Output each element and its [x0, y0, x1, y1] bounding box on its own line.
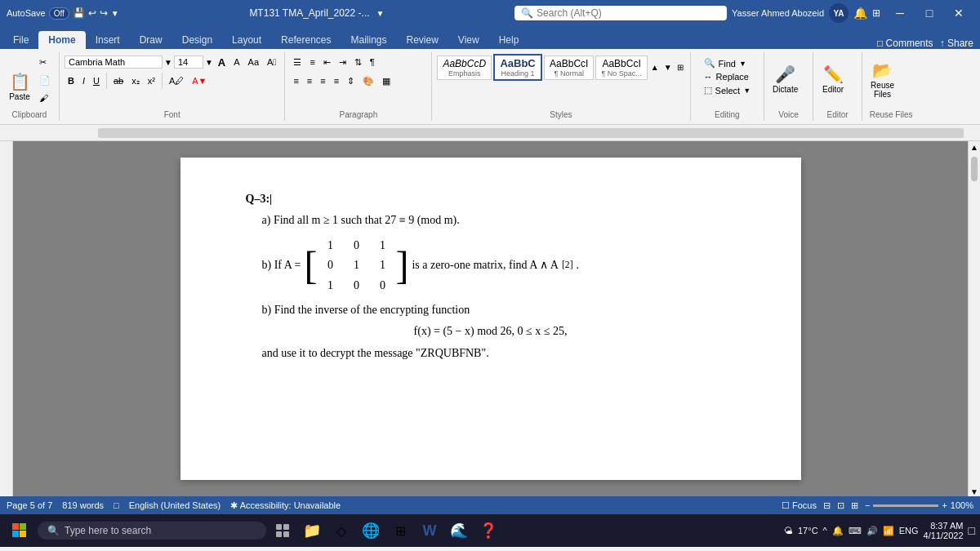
bold-button[interactable]: B — [65, 73, 78, 89]
cut-button[interactable]: ✂ — [36, 54, 54, 70]
scroll-down-button[interactable]: ▼ — [970, 487, 978, 496]
edge-button[interactable]: 🌊 — [446, 518, 472, 544]
clear-format-button[interactable]: A⃝ — [264, 54, 279, 70]
notifications-button[interactable]: □ — [969, 524, 975, 537]
font-name-dropdown[interactable]: ▼ — [164, 58, 172, 67]
minimize-button[interactable]: ─ — [885, 0, 915, 26]
scroll-thumb[interactable] — [971, 157, 978, 181]
tab-help[interactable]: Help — [489, 31, 529, 49]
share-icon[interactable]: 🔔 — [853, 7, 867, 20]
tab-mailings[interactable]: Mailings — [341, 31, 396, 49]
question-button[interactable]: ❓ — [475, 518, 501, 544]
undo-icon[interactable]: ↩ — [88, 7, 96, 19]
speaker-icon[interactable]: 🔊 — [866, 526, 878, 536]
font-case-button[interactable]: Aa — [245, 54, 262, 70]
align-center-button[interactable]: ≡ — [304, 73, 315, 89]
apps-grid-button[interactable]: ⊞ — [387, 518, 413, 544]
tab-home[interactable]: Home — [38, 31, 85, 49]
paste-button[interactable]: 📋 Paste — [5, 61, 34, 112]
font-grow-button[interactable]: A — [215, 54, 229, 70]
style-heading1[interactable]: AaBbC Heading 1 — [493, 54, 542, 81]
highlight-button[interactable]: A🖊 — [166, 73, 187, 89]
view-normal-button[interactable]: ⊟ — [823, 500, 831, 511]
find-button[interactable]: 🔍 Find ▼ — [701, 57, 755, 69]
find-dropdown[interactable]: ▼ — [739, 60, 746, 68]
zoom-out-button[interactable]: − — [865, 500, 870, 510]
accessibility-status[interactable]: ✱ Accessibility: Unavailable — [230, 500, 341, 511]
superscript-button[interactable]: x² — [145, 73, 158, 89]
clock[interactable]: 8:37 AM 4/11/2022 — [924, 521, 964, 540]
notification-icon[interactable]: 🔔 — [832, 526, 844, 536]
view-web-button[interactable]: ⊞ — [851, 500, 858, 511]
font-shrink-button[interactable]: A — [230, 54, 243, 70]
styles-expand[interactable]: ⊞ — [675, 61, 685, 73]
zoom-slider[interactable] — [873, 504, 938, 507]
select-dropdown[interactable]: ▼ — [743, 87, 751, 95]
list-bullet-button[interactable]: ☰ — [290, 54, 305, 70]
tab-layout[interactable]: Layout — [222, 31, 271, 49]
start-button[interactable] — [5, 516, 34, 545]
copy-button[interactable]: 📄 — [36, 72, 54, 88]
subscript-button[interactable]: x₂ — [128, 73, 143, 89]
redo-icon[interactable]: ↪ — [100, 7, 108, 19]
dictate-button[interactable]: 🎤 Dictate — [769, 54, 801, 104]
dropdown-icon[interactable]: ▼ — [111, 9, 119, 18]
styles-scroll-up[interactable]: ▲ — [649, 61, 661, 73]
content-area[interactable]: Q–3:| a) Find all m ≥ 1 such that 27 ≡ 9… — [13, 141, 968, 496]
sort-button[interactable]: ⇅ — [351, 54, 365, 70]
align-justify-button[interactable]: ≡ — [331, 73, 342, 89]
keyboard-icon[interactable]: ⌨ — [849, 526, 862, 536]
file-explorer-button[interactable]: 📁 — [299, 518, 325, 544]
search-input[interactable] — [537, 7, 700, 19]
tab-design[interactable]: Design — [172, 31, 222, 49]
search-box[interactable]: 🔍 — [514, 6, 727, 20]
font-size-dropdown[interactable]: ▼ — [205, 58, 213, 67]
scroll-up-button[interactable]: ▲ — [970, 143, 978, 152]
zoom-in-button[interactable]: + — [942, 500, 947, 510]
document-page[interactable]: Q–3:| a) Find all m ≥ 1 such that 27 ≡ 9… — [180, 158, 801, 480]
underline-button[interactable]: U — [90, 73, 103, 89]
shading-button[interactable]: 🎨 — [359, 73, 377, 89]
layout-icon[interactable]: ⊞ — [872, 7, 880, 19]
view-layout-button[interactable]: ⊡ — [837, 500, 844, 511]
font-name-selector[interactable]: Cambria Math — [65, 56, 163, 69]
comments-button[interactable]: □ Comments — [877, 38, 933, 49]
select-button[interactable]: ⬚ Select ▼ — [701, 84, 755, 96]
title-dropdown-icon[interactable]: ▼ — [376, 9, 385, 18]
user-avatar[interactable]: YA — [829, 3, 849, 23]
network-icon[interactable]: 📶 — [883, 526, 894, 536]
task-view-button[interactable] — [270, 518, 296, 544]
tab-draw[interactable]: Draw — [130, 31, 172, 49]
font-size-selector[interactable]: 14 — [174, 56, 203, 69]
strikethrough-button[interactable]: ab — [110, 73, 127, 89]
save-icon[interactable]: 💾 — [73, 7, 85, 19]
autosave-toggle[interactable]: Off — [49, 7, 69, 20]
tab-insert[interactable]: Insert — [86, 31, 130, 49]
italic-button[interactable]: I — [79, 73, 88, 89]
maximize-button[interactable]: □ — [915, 0, 944, 26]
indent-decrease-button[interactable]: ⇤ — [320, 54, 334, 70]
indent-increase-button[interactable]: ⇥ — [336, 54, 350, 70]
style-emphasis[interactable]: AaBbCcD Emphasis — [437, 56, 492, 80]
replace-button[interactable]: ↔ Replace — [701, 71, 755, 82]
chrome-button[interactable]: 🌐 — [358, 518, 384, 544]
tab-file[interactable]: File — [3, 31, 38, 49]
style-normal[interactable]: AaBbCcI ¶ Normal — [544, 56, 594, 80]
show-marks-button[interactable]: ¶ — [367, 54, 378, 70]
word-taskbar-button[interactable]: W — [416, 518, 443, 544]
align-left-button[interactable]: ≡ — [290, 73, 301, 89]
borders-button[interactable]: ▦ — [379, 73, 394, 89]
dropbox-button[interactable]: ◇ — [328, 518, 354, 544]
reuse-files-button[interactable]: 📂 ReuseFiles — [867, 54, 898, 104]
styles-scroll-down[interactable]: ▼ — [662, 61, 674, 73]
style-nospace[interactable]: AaBbCcI ¶ No Spac... — [595, 56, 647, 80]
tab-view[interactable]: View — [448, 31, 489, 49]
close-button[interactable]: ✕ — [944, 0, 973, 26]
line-spacing-button[interactable]: ⇕ — [344, 73, 358, 89]
align-right-button[interactable]: ≡ — [317, 73, 328, 89]
list-number-button[interactable]: ≡ — [306, 54, 318, 70]
tab-references[interactable]: References — [271, 31, 341, 49]
share-button[interactable]: ↑ Share — [940, 38, 973, 49]
scrollbar-right[interactable]: ▲ ▼ — [968, 141, 980, 496]
focus-button[interactable]: ☐ Focus — [782, 500, 817, 511]
